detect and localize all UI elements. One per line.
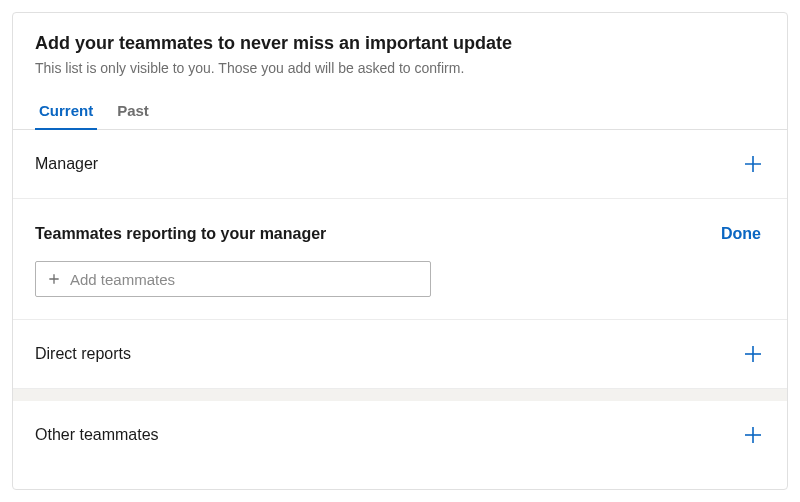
section-other-teammates: Other teammates bbox=[13, 401, 787, 469]
teammates-card: Add your teammates to never miss an impo… bbox=[12, 12, 788, 490]
tabs: Current Past bbox=[13, 94, 787, 130]
plus-icon bbox=[741, 152, 765, 176]
section-manager-row: Manager bbox=[35, 152, 765, 176]
tab-past[interactable]: Past bbox=[113, 94, 153, 129]
section-peers: Teammates reporting to your manager Done bbox=[13, 199, 787, 320]
section-direct-reports: Direct reports bbox=[13, 320, 787, 389]
add-teammates-input[interactable] bbox=[70, 271, 420, 288]
card-title: Add your teammates to never miss an impo… bbox=[35, 33, 765, 54]
add-other-teammate-button[interactable] bbox=[741, 423, 765, 447]
card-subtitle: This list is only visible to you. Those … bbox=[35, 60, 765, 76]
add-direct-report-button[interactable] bbox=[741, 342, 765, 366]
section-manager-label: Manager bbox=[35, 155, 98, 173]
section-peers-row: Teammates reporting to your manager Done bbox=[35, 221, 765, 247]
section-direct-reports-label: Direct reports bbox=[35, 345, 131, 363]
card-header: Add your teammates to never miss an impo… bbox=[13, 13, 787, 94]
section-peers-label: Teammates reporting to your manager bbox=[35, 225, 326, 243]
section-direct-reports-row: Direct reports bbox=[35, 342, 765, 366]
section-other-teammates-label: Other teammates bbox=[35, 426, 159, 444]
plus-icon bbox=[741, 423, 765, 447]
section-manager: Manager bbox=[13, 130, 787, 199]
peers-done-button[interactable]: Done bbox=[717, 221, 765, 247]
plus-icon bbox=[741, 342, 765, 366]
tab-current[interactable]: Current bbox=[35, 94, 97, 129]
add-manager-button[interactable] bbox=[741, 152, 765, 176]
plus-icon bbox=[46, 271, 62, 287]
add-teammates-inputbox[interactable] bbox=[35, 261, 431, 297]
section-divider-strip bbox=[13, 389, 787, 401]
section-other-teammates-row: Other teammates bbox=[35, 423, 765, 447]
